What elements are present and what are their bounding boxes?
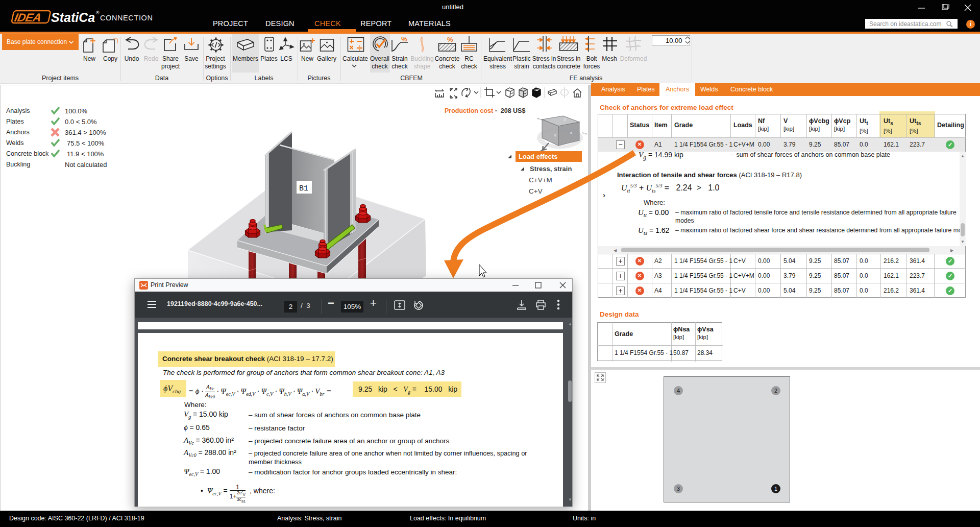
svg-text:B1: B1	[299, 184, 308, 193]
svg-text:StatiCa: StatiCa	[51, 10, 95, 25]
svg-text:®: ®	[96, 10, 100, 15]
svg-text:x: x	[570, 130, 572, 135]
svg-text:z: z	[564, 117, 566, 122]
svg-text:%: %	[401, 36, 407, 43]
svg-text:IDEA: IDEA	[13, 11, 42, 24]
svg-text:Y: Y	[554, 133, 557, 138]
svg-text:%: %	[447, 36, 453, 43]
